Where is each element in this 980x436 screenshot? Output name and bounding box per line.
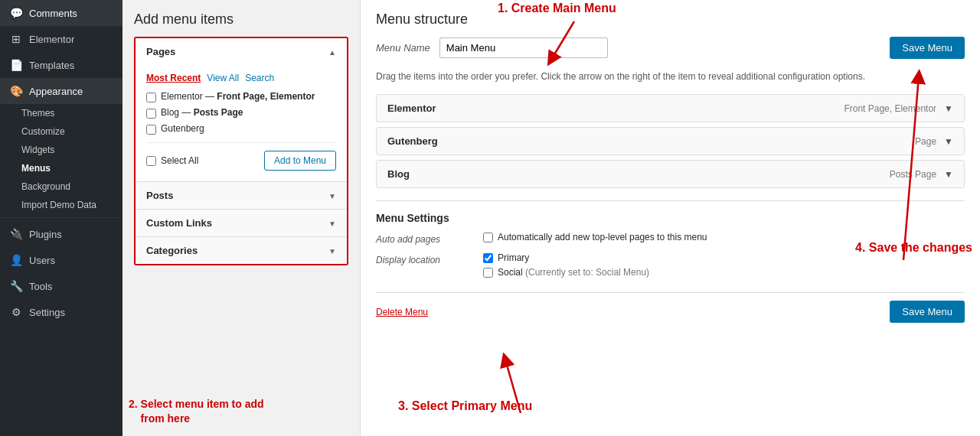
sidebar-item-label: Templates: [29, 60, 74, 71]
save-menu-button-top[interactable]: Save Menu: [890, 37, 965, 59]
menu-structure-panel: Menu structure Menu Name Save Menu Drag …: [360, 0, 980, 436]
sidebar-divider: [0, 217, 122, 218]
accordion-custom-links-label: Custom Links: [146, 217, 212, 229]
auto-add-controls: Automatically add new top-level pages to…: [483, 232, 965, 246]
sidebar-item-users[interactable]: 👤 Users: [0, 247, 122, 273]
accordion-item-posts: Posts: [136, 182, 347, 210]
chevron-up-icon: [328, 46, 336, 57]
accordion-body-pages: Most Recent View All Search Elementor — …: [136, 65, 347, 181]
sidebar-sub-import-demo[interactable]: Import Demo Data: [0, 196, 122, 214]
accordion-header-pages[interactable]: Pages: [136, 38, 347, 65]
sidebar-item-templates[interactable]: 📄 Templates: [0, 52, 122, 78]
accordion-pages-label: Pages: [146, 46, 175, 57]
menu-item-type-gutenberg: Page: [915, 136, 936, 147]
accordion-item-pages: Pages Most Recent View All Search Elemen…: [136, 38, 347, 182]
sidebar-item-comments[interactable]: 💬 Comments: [0, 0, 122, 26]
accordion-item-custom-links: Custom Links: [136, 210, 347, 237]
accordion-categories-label: Categories: [146, 245, 198, 256]
sidebar-item-label: Plugins: [29, 229, 62, 240]
sidebar-sub-background[interactable]: Background: [0, 177, 122, 196]
auto-add-row: Auto add pages Automatically add new top…: [376, 232, 965, 246]
menu-item-elementor[interactable]: Elementor Front Page, Elementor ▼: [376, 94, 965, 122]
primary-label: Primary: [498, 252, 529, 263]
menu-item-name-gutenberg: Gutenberg: [387, 135, 915, 147]
plugins-icon: 🔌: [9, 227, 23, 241]
select-all-row: Select All: [146, 155, 198, 166]
sidebar-sub-customize[interactable]: Customize: [0, 122, 122, 141]
primary-checkbox[interactable]: [483, 253, 493, 263]
sidebar-item-label: Appearance: [29, 86, 83, 97]
sidebar-sub-widgets[interactable]: Widgets: [0, 141, 122, 159]
display-location-label: Display location: [376, 252, 483, 265]
add-to-menu-button[interactable]: Add to Menu: [264, 151, 336, 171]
expand-arrow-blog[interactable]: ▼: [944, 169, 953, 180]
menu-name-input[interactable]: [439, 37, 608, 58]
sidebar-item-label: Comments: [29, 8, 77, 19]
settings-icon: ⚙: [9, 305, 23, 319]
auto-add-checkbox[interactable]: [483, 233, 493, 242]
menu-settings-section: Menu Settings Auto add pages Automatical…: [376, 200, 965, 281]
select-all-label: Select All: [161, 155, 198, 166]
primary-checkbox-row: Primary: [483, 252, 965, 263]
sidebar-item-label: Settings: [29, 307, 65, 318]
expand-arrow-elementor[interactable]: ▼: [944, 103, 953, 114]
menu-name-row: Menu Name Save Menu: [376, 37, 965, 59]
accordion-header-posts[interactable]: Posts: [136, 182, 347, 209]
pages-footer-row: Select All Add to Menu: [146, 142, 336, 171]
select-all-checkbox[interactable]: [146, 156, 156, 166]
drag-hint: Drag the items into the order you prefer…: [376, 70, 965, 83]
chevron-down-icon-links: [328, 217, 336, 229]
sidebar-item-settings[interactable]: ⚙ Settings: [0, 299, 122, 325]
menu-settings-title: Menu Settings: [376, 212, 965, 224]
add-menu-title: Add menu items: [134, 11, 348, 28]
templates-icon: 📄: [9, 58, 23, 72]
page-item-blog: Blog — Posts Page: [161, 107, 243, 118]
social-checkbox[interactable]: [483, 268, 493, 278]
sidebar-item-label: Elementor: [29, 34, 74, 45]
social-checkbox-row: Social (Currently set to: Social Menu): [483, 267, 965, 278]
accordion-box: Pages Most Recent View All Search Elemen…: [134, 37, 348, 265]
checkbox-row-elementor: Elementor — Front Page, Elementor: [146, 91, 336, 102]
menu-item-gutenberg[interactable]: Gutenberg Page ▼: [376, 127, 965, 155]
add-menu-panel: Add menu items Pages Most Recent View Al…: [122, 0, 360, 436]
tab-most-recent[interactable]: Most Recent: [146, 73, 201, 83]
social-label: Social (Currently set to: Social Menu): [498, 267, 649, 278]
auto-add-checkbox-row: Automatically add new top-level pages to…: [483, 232, 965, 242]
checkbox-blog[interactable]: [146, 109, 156, 119]
comments-icon: 💬: [9, 6, 23, 20]
menu-item-type-blog: Posts Page: [890, 169, 936, 180]
save-menu-button-bottom[interactable]: Save Menu: [890, 301, 965, 323]
accordion-posts-label: Posts: [146, 190, 173, 201]
auto-add-text: Automatically add new top-level pages to…: [498, 232, 707, 242]
users-icon: 👤: [9, 253, 23, 267]
accordion-item-categories: Categories: [136, 237, 347, 264]
tab-search[interactable]: Search: [245, 73, 274, 83]
menu-item-blog[interactable]: Blog Posts Page ▼: [376, 160, 965, 188]
sidebar-item-label: Users: [29, 255, 55, 266]
sidebar-sub-themes[interactable]: Themes: [0, 104, 122, 122]
page-wrapper: 💬 Comments ⊞ Elementor 📄 Templates 🎨 App…: [0, 0, 980, 436]
sidebar-item-tools[interactable]: 🔧 Tools: [0, 273, 122, 299]
accordion-header-categories[interactable]: Categories: [136, 237, 347, 264]
sidebar: 💬 Comments ⊞ Elementor 📄 Templates 🎨 App…: [0, 0, 122, 436]
menu-item-name-blog: Blog: [387, 168, 890, 180]
menu-item-type-elementor: Front Page, Elementor: [844, 103, 936, 114]
page-item-gutenberg: Gutenberg: [161, 123, 204, 134]
checkbox-gutenberg[interactable]: [146, 125, 156, 135]
appearance-icon: 🎨: [9, 84, 23, 98]
sidebar-sub-menus[interactable]: Menus: [0, 159, 122, 177]
display-location-controls: Primary Social (Currently set to: Social…: [483, 252, 965, 281]
expand-arrow-gutenberg[interactable]: ▼: [944, 136, 953, 147]
sidebar-item-elementor[interactable]: ⊞ Elementor: [0, 26, 122, 52]
sidebar-item-appearance[interactable]: 🎨 Appearance: [0, 78, 122, 104]
menu-name-label: Menu Name: [376, 42, 430, 54]
delete-menu-link[interactable]: Delete Menu: [376, 307, 428, 317]
chevron-down-icon-cats: [328, 245, 336, 256]
menu-structure-title: Menu structure: [376, 11, 965, 28]
tab-row: Most Recent View All Search: [146, 73, 336, 83]
footer-bar: Delete Menu Save Menu: [376, 292, 965, 323]
tab-view-all[interactable]: View All: [207, 73, 239, 83]
accordion-header-custom-links[interactable]: Custom Links: [136, 210, 347, 236]
sidebar-item-plugins[interactable]: 🔌 Plugins: [0, 221, 122, 247]
checkbox-elementor[interactable]: [146, 93, 156, 102]
